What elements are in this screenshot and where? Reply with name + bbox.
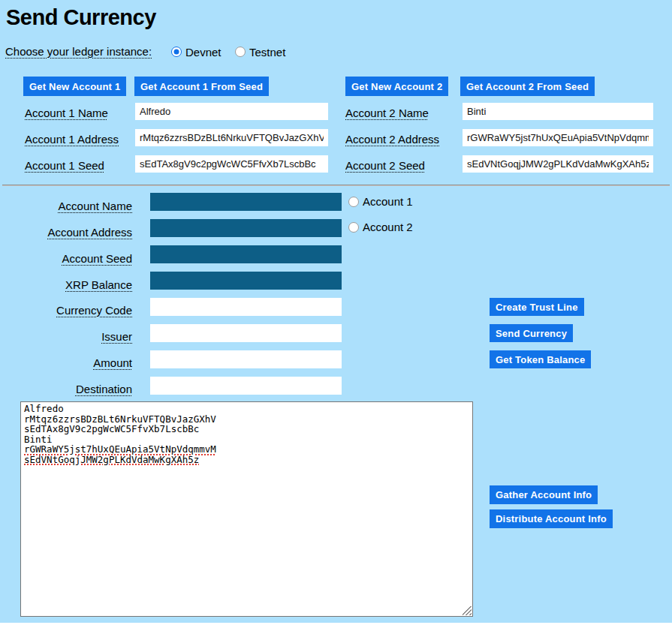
account2-address-input[interactable] xyxy=(463,129,653,146)
account-info-textarea[interactable]: Alfredo rMtqz6zzrsBDzBLt6NrkuVFTQBvJazGX… xyxy=(20,401,473,617)
account1-seed-label: Account 1 Seed xyxy=(25,159,104,172)
issuer-input[interactable] xyxy=(150,324,342,342)
account-name-field[interactable] xyxy=(150,193,342,211)
account-address-field[interactable] xyxy=(150,219,342,237)
destination-input[interactable] xyxy=(150,377,342,395)
account2-name-input[interactable] xyxy=(463,103,653,120)
account1-address-input[interactable] xyxy=(135,129,328,146)
account-name-label: Account Name xyxy=(0,200,132,212)
amount-label: Amount xyxy=(0,356,132,369)
textarea-resize-handle[interactable] xyxy=(463,606,472,615)
account-seed-field[interactable] xyxy=(150,245,342,263)
account1-name-label: Account 1 Name xyxy=(25,107,108,119)
testnet-radio[interactable] xyxy=(235,47,246,57)
account2-address-label: Account 2 Address xyxy=(345,133,439,146)
currency-code-label: Currency Code xyxy=(0,304,132,317)
account2-select-radio[interactable] xyxy=(348,222,359,233)
account1-seed-input[interactable] xyxy=(135,155,328,173)
amount-input[interactable] xyxy=(150,350,342,368)
send-currency-button[interactable]: Send Currency xyxy=(490,324,573,342)
page-title: Send Currency xyxy=(6,5,156,30)
result-line: Binti xyxy=(24,434,469,445)
result-line: rGWRaWY5jst7hUxQEuApia5VtNpVdqmmvM xyxy=(24,444,469,455)
create-trust-line-button[interactable]: Create Trust Line xyxy=(490,298,584,316)
get-token-balance-button[interactable]: Get Token Balance xyxy=(490,350,591,368)
get-new-account-2-button[interactable]: Get New Account 2 xyxy=(345,77,448,96)
xrp-balance-label: XRP Balance xyxy=(0,278,132,291)
account2-seed-label: Account 2 Seed xyxy=(345,159,425,172)
gather-account-info-button[interactable]: Gather Account Info xyxy=(490,485,598,504)
result-line: rMtqz6zzrsBDzBLt6NrkuVFTQBvJazGXhV xyxy=(24,414,469,425)
xrp-balance-field[interactable] xyxy=(150,272,342,290)
account1-address-label: Account 1 Address xyxy=(25,133,119,146)
currency-code-input[interactable] xyxy=(150,298,342,316)
result-line: sEdTAx8gV9c2pgWcWC5FfvXb7LscbBc xyxy=(24,424,469,434)
account2-select-radio-label: Account 2 xyxy=(363,221,413,233)
account1-select-radio[interactable] xyxy=(348,197,359,207)
send-currency-page: Send Currency Choose your ledger instanc… xyxy=(0,0,672,623)
section-divider xyxy=(2,185,670,186)
result-line: Alfredo xyxy=(24,404,469,414)
account-seed-label: Account Seed xyxy=(0,252,132,265)
issuer-label: Issuer xyxy=(0,330,132,343)
account1-select-radio-label: Account 1 xyxy=(363,195,413,208)
ledger-instance-label: Choose your ledger instance: xyxy=(5,45,152,58)
account2-name-label: Account 2 Name xyxy=(345,107,429,119)
account-address-label: Account Address xyxy=(0,226,132,239)
get-account-2-from-seed-button[interactable]: Get Account 2 From Seed xyxy=(460,77,595,96)
get-new-account-1-button[interactable]: Get New Account 1 xyxy=(23,77,126,96)
account1-name-input[interactable] xyxy=(135,103,328,120)
devnet-radio-label: Devnet xyxy=(185,46,221,59)
result-line: sEdVNtGoqjJMW2gPLKdVdaMwKgXAh5z xyxy=(24,455,469,465)
account2-seed-input[interactable] xyxy=(463,155,653,173)
destination-label: Destination xyxy=(0,383,132,395)
testnet-radio-label: Testnet xyxy=(249,46,285,59)
devnet-radio[interactable] xyxy=(171,47,182,57)
get-account-1-from-seed-button[interactable]: Get Account 1 From Seed xyxy=(134,77,269,96)
distribute-account-info-button[interactable]: Distribute Account Info xyxy=(490,509,613,528)
